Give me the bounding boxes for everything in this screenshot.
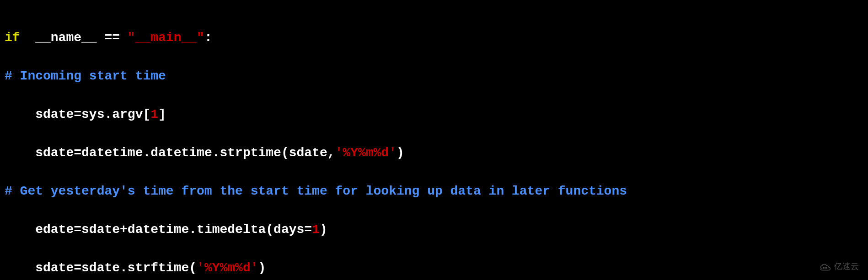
code-line-4: sdate=datetime.datetime.strptime(sdate,'… (5, 143, 863, 163)
sdate-strptime: sdate=datetime.datetime.strptime(sdate, (35, 146, 335, 160)
watermark: 亿速云 (820, 261, 859, 273)
sdate-strftime: sdate=sdate.strftime( (35, 261, 197, 275)
string-ymd-2: '%Y%m%d' (197, 261, 258, 275)
code-line-7: sdate=sdate.strftime('%Y%m%d') (5, 259, 863, 278)
watermark-text: 亿速云 (834, 261, 859, 273)
code-line-3: sdate=sys.argv[1] (5, 105, 863, 124)
code-line-1: if __name__ == "__main__": (5, 28, 863, 48)
svg-point-1 (825, 267, 827, 269)
number-1: 1 (150, 107, 158, 122)
comment-incoming: # Incoming start time (5, 69, 166, 83)
name-eq: __name__ == (20, 31, 128, 45)
code-line-2: # Incoming start time (5, 67, 863, 86)
svg-point-0 (823, 267, 825, 269)
edate-timedelta: edate=sdate+datetime.timedelta(days= (35, 222, 312, 237)
code-line-5: # Get yesterday's time from the start ti… (5, 182, 863, 201)
string-ymd-1: '%Y%m%d' (335, 146, 396, 160)
code-block: if __name__ == "__main__": # Incoming st… (5, 9, 863, 280)
keyword-if: if (5, 31, 20, 45)
string-main: "__main__" (128, 31, 204, 45)
sdate-argv: sdate=sys.argv[ (35, 107, 150, 122)
number-1b: 1 (312, 222, 320, 237)
comment-yesterday: # Get yesterday's time from the start ti… (5, 184, 627, 198)
colon: : (204, 31, 212, 45)
cloud-icon (820, 263, 831, 271)
code-line-6: edate=sdate+datetime.timedelta(days=1) (5, 220, 863, 239)
